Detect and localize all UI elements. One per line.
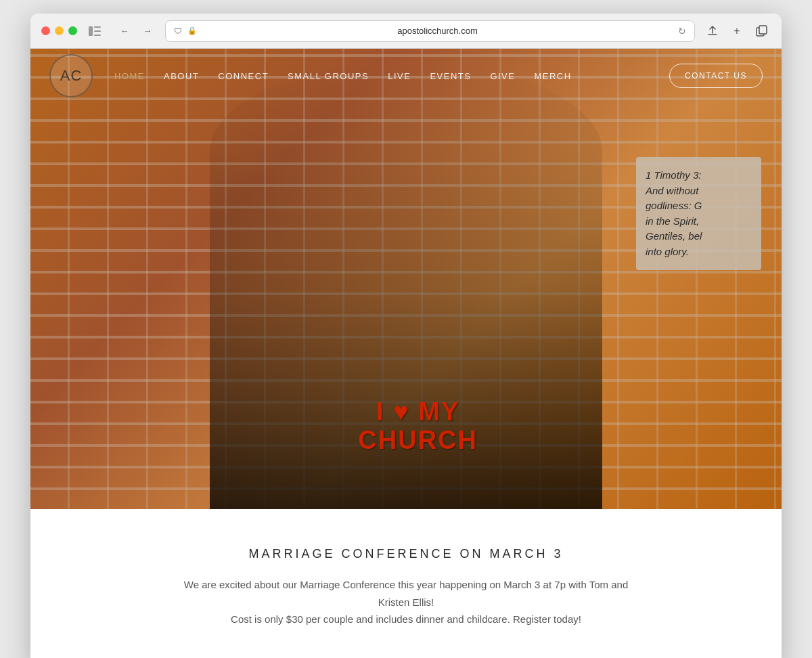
sidebar-toggle-icon[interactable]: [85, 22, 104, 41]
nav-connect[interactable]: CONNECT: [218, 71, 269, 81]
bible-verse: 1 Timothy 3: And without godliness: G in…: [636, 157, 761, 270]
site-content: I ♥ MY CHURCH 1 Timothy 3: And without g…: [30, 49, 782, 658]
lock-icon: 🔒: [187, 26, 197, 35]
bible-line-2: And without: [646, 183, 752, 199]
nav-give[interactable]: GIVE: [490, 71, 515, 81]
share-button[interactable]: [703, 22, 722, 41]
shirt-line2: CHURCH: [358, 426, 478, 455]
svg-rect-5: [759, 26, 767, 34]
url-text: apostolicchurch.com: [202, 26, 673, 36]
svg-rect-2: [94, 30, 101, 32]
minimize-button[interactable]: [55, 26, 64, 35]
site-logo[interactable]: AC: [49, 54, 93, 97]
browser-nav-controls: ← →: [115, 22, 157, 41]
hero-section: I ♥ MY CHURCH 1 Timothy 3: And without g…: [30, 49, 782, 509]
info-section: MARRIAGE CONFERENCE ON MARCH 3 We are ex…: [30, 509, 782, 658]
bible-line-3: godliness: G: [646, 198, 752, 214]
shield-icon: 🛡: [174, 26, 182, 36]
bible-line-5: Gentiles, bel: [646, 229, 752, 244]
shirt-line1: I ♥ MY: [358, 398, 478, 426]
nav-events[interactable]: EVENTS: [430, 71, 471, 81]
site-navigation: AC HOME ABOUT CONNECT SMALL GROUPS LIVE …: [30, 49, 782, 103]
maximize-button[interactable]: [68, 26, 77, 35]
nav-small-groups[interactable]: SMALL GROUPS: [288, 71, 369, 81]
reload-icon[interactable]: ↻: [678, 26, 686, 37]
info-title: MARRIAGE CONFERENCE ON MARCH 3: [58, 547, 754, 561]
forward-button[interactable]: →: [138, 22, 157, 41]
info-body-1: We are excited about our Marriage Confer…: [169, 576, 643, 611]
bible-line-4: in the Spirit,: [646, 214, 752, 229]
nav-about[interactable]: ABOUT: [164, 71, 199, 81]
svg-rect-3: [94, 35, 101, 36]
nav-live[interactable]: LIVE: [388, 71, 411, 81]
svg-rect-0: [89, 26, 93, 36]
bible-line-6: into glory.: [646, 244, 752, 260]
svg-rect-1: [94, 26, 101, 28]
nav-links: HOME ABOUT CONNECT SMALL GROUPS LIVE EVE…: [114, 64, 763, 88]
contact-us-button[interactable]: CONTACT US: [669, 64, 763, 88]
duplicate-tab-button[interactable]: [752, 22, 771, 41]
bible-line-1: 1 Timothy 3:: [646, 168, 752, 183]
back-button[interactable]: ←: [115, 22, 134, 41]
browser-toolbar: ← → 🛡 🔒 apostolicchurch.com ↻ +: [30, 14, 782, 49]
new-tab-button[interactable]: +: [727, 22, 746, 41]
address-bar[interactable]: 🛡 🔒 apostolicchurch.com ↻: [165, 20, 695, 42]
browser-window: ← → 🛡 🔒 apostolicchurch.com ↻ +: [30, 14, 782, 658]
close-button[interactable]: [41, 26, 50, 35]
nav-home[interactable]: HOME: [114, 71, 145, 81]
browser-actions: +: [703, 22, 771, 41]
traffic-lights: [41, 26, 77, 35]
info-body-2: Cost is only $30 per couple and includes…: [169, 611, 643, 628]
nav-merch[interactable]: MERCH: [534, 71, 571, 81]
shirt-text: I ♥ MY CHURCH: [358, 398, 478, 455]
